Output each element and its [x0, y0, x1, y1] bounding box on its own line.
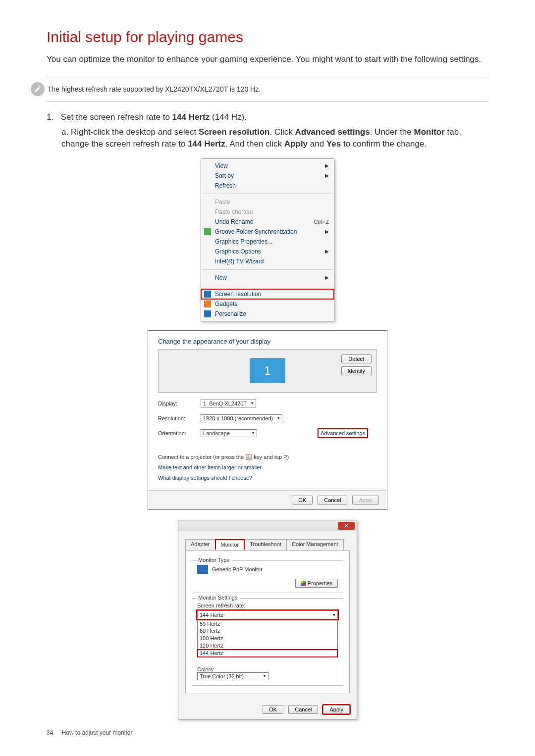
svg-rect-1: [303, 581, 306, 583]
page-number: 34: [47, 729, 53, 736]
tab-troubleshoot[interactable]: Troubleshoot: [244, 539, 287, 550]
monitor-thumbnail[interactable]: 1: [250, 358, 285, 383]
substep-bold: Screen resolution: [199, 127, 270, 137]
step-text: (144 Hz).: [210, 112, 247, 122]
resolution-select[interactable]: 1920 x 1080 (recommended): [201, 414, 282, 422]
ok-button[interactable]: OK: [263, 705, 283, 714]
substep-text: . Under the: [370, 127, 414, 137]
substep-text: Right-click the desktop and select: [71, 127, 199, 137]
substep-bold: Monitor: [414, 127, 444, 137]
page-title: Initial setup for playing games: [47, 29, 488, 46]
colors-select[interactable]: True Color (32 bit): [197, 672, 268, 680]
substep-bold: Apply: [284, 139, 308, 149]
monitor-properties-window: ✕ Adapter Monitor Troubleshoot Color Man…: [178, 520, 357, 719]
personalize-icon: [204, 310, 211, 317]
colors-label: Colors:: [197, 666, 338, 672]
text-size-link[interactable]: Make text and other items larger or smal…: [158, 462, 377, 473]
ctx-item-paste-shortcut: Paste shortcut: [201, 207, 334, 217]
step-number: 1.: [47, 112, 58, 122]
tab-color-management[interactable]: Color Management: [286, 539, 344, 550]
chevron-right-icon: ▶: [325, 229, 329, 234]
cancel-button[interactable]: Cancel: [318, 496, 347, 504]
orientation-label: Orientation:: [158, 430, 201, 436]
rate-option[interactable]: 100 Hertz: [198, 635, 337, 642]
substep-letter: a.: [61, 127, 68, 137]
ok-button[interactable]: OK: [292, 496, 313, 504]
footer-text: How to adjust your monitor: [62, 729, 133, 736]
intro-text: You can optimize the monitor to enhance …: [47, 53, 488, 66]
window-header: Change the appearance of your display: [158, 338, 377, 345]
resolution-label: Resolution:: [158, 415, 201, 421]
orientation-select[interactable]: Landscape: [201, 429, 257, 437]
ctx-item-paste: Paste: [201, 197, 334, 207]
substep-text: . Click: [270, 127, 295, 137]
monitor-type-legend: Monitor Type: [196, 557, 231, 563]
chevron-right-icon: ▶: [325, 173, 329, 178]
chevron-right-icon: ▶: [325, 275, 329, 280]
ctx-item-groove[interactable]: Groove Folder Synchronization▶: [201, 227, 334, 237]
detect-button[interactable]: Detect: [341, 354, 372, 363]
svg-rect-2: [301, 583, 303, 586]
ctx-item-undo[interactable]: Undo RenameCtrl+Z: [201, 217, 334, 227]
svg-rect-0: [301, 581, 303, 583]
ctx-item-tvwizard[interactable]: Intel(R) TV Wizard: [201, 256, 334, 266]
monitor-name: Generic PnP Monitor: [212, 566, 263, 572]
rate-option[interactable]: 60 Hertz: [198, 627, 337, 635]
ctx-item-gadgets[interactable]: Gadgets: [201, 299, 334, 309]
ctx-item-personalize[interactable]: Personalize: [201, 309, 334, 319]
ctx-item-new[interactable]: New▶: [201, 273, 334, 283]
rate-option[interactable]: 120 Hertz: [198, 642, 337, 650]
refresh-rate-select[interactable]: 144 Hertz: [197, 610, 338, 619]
ctx-item-graphics-props[interactable]: Graphics Properties...: [201, 237, 334, 247]
ctx-item-sort[interactable]: Sort by▶: [201, 171, 334, 181]
shortcut-label: Ctrl+Z: [314, 219, 329, 225]
projector-link[interactable]: Connect to a projector (or press the 🪟 k…: [158, 452, 377, 462]
advanced-settings-link[interactable]: Advanced settings: [318, 428, 368, 438]
chevron-right-icon: ▶: [325, 163, 329, 168]
substep-bold: Yes: [326, 139, 341, 149]
apply-button: Apply: [352, 496, 379, 504]
monitor-icon: [197, 565, 208, 574]
refresh-rate-options: 59 Hertz 60 Hertz 100 Hertz 120 Hertz 14…: [197, 619, 338, 657]
apply-button[interactable]: Apply: [323, 705, 350, 714]
refresh-rate-label: Screen refresh rate:: [197, 603, 338, 608]
ctx-item-refresh[interactable]: Refresh: [201, 181, 334, 191]
context-menu: View▶ Sort by▶ Refresh Paste Paste short…: [201, 158, 334, 321]
screen-resolution-window: Change the appearance of your display 1 …: [148, 330, 387, 510]
substep-text: to confirm the change.: [341, 139, 427, 149]
close-button[interactable]: ✕: [338, 522, 355, 530]
groove-icon: [204, 228, 211, 235]
monitor-settings-legend: Monitor Settings: [196, 595, 239, 601]
step-text: Set the screen refresh rate to: [61, 112, 172, 122]
display-select[interactable]: 1. BenQ XL2420T: [201, 400, 256, 407]
identify-button[interactable]: Identify: [341, 366, 372, 375]
display-label: Display:: [158, 401, 201, 406]
ctx-item-view[interactable]: View▶: [201, 161, 334, 171]
properties-button[interactable]: Properties: [295, 579, 338, 588]
tab-monitor[interactable]: Monitor: [215, 539, 245, 550]
substep-bold: Advanced settings: [295, 127, 370, 137]
ctx-item-graphics-opts[interactable]: Graphics Options▶: [201, 247, 334, 256]
substep-bold: 144 Hertz: [188, 139, 225, 149]
step-bold: 144 Hertz: [172, 112, 210, 122]
cancel-button[interactable]: Cancel: [288, 705, 318, 714]
note-text: The highest refresh rate supported by XL…: [48, 85, 261, 93]
help-link[interactable]: What display settings should I choose?: [158, 473, 377, 483]
tab-adapter[interactable]: Adapter: [185, 539, 215, 550]
screenres-icon: [204, 291, 211, 298]
substep-text: and: [308, 139, 326, 149]
gadgets-icon: [204, 301, 211, 307]
display-preview: 1 Detect Identify: [158, 349, 377, 393]
rate-option[interactable]: 144 Hertz: [198, 650, 337, 657]
shield-icon: [301, 581, 306, 586]
pencil-icon: [31, 82, 45, 96]
rate-option[interactable]: 59 Hertz: [198, 620, 337, 628]
page-footer: 34 How to adjust your monitor: [47, 729, 132, 736]
substep-text: . And then click: [225, 139, 284, 149]
svg-rect-3: [303, 583, 306, 586]
titlebar: ✕: [178, 520, 357, 531]
chevron-right-icon: ▶: [325, 249, 329, 254]
divider: [47, 101, 488, 101]
ctx-item-screen-resolution[interactable]: Screen resolution: [201, 289, 334, 299]
